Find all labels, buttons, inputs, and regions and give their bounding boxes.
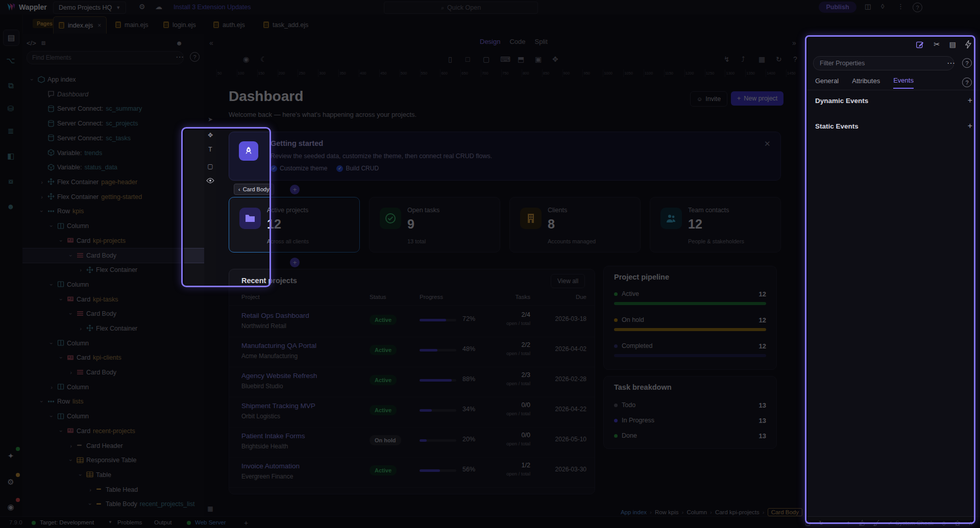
view-all-button[interactable]: View all [551,274,585,288]
kpi-card-team-contacts[interactable]: Team contacts12People & stakeholders [650,197,781,253]
expander-icon[interactable]: › [48,413,55,420]
add-event-icon[interactable]: + [968,121,972,131]
grid-icon[interactable]: ▦ [206,504,215,513]
filter-properties-input[interactable]: Filter Properties [813,56,954,70]
edit-properties-icon[interactable] [916,40,924,49]
problems-button[interactable]: Problems [117,519,142,525]
expander-icon[interactable]: › [48,222,55,230]
expander-icon[interactable]: › [48,340,55,347]
breadcrumb-item[interactable]: Card Body [768,508,802,516]
expander-icon[interactable]: › [58,354,64,361]
tree-item-variable-trends[interactable]: Variable:trends [22,146,220,160]
tree-item-column[interactable]: ›Column [22,219,230,233]
table-row[interactable]: Shipment Tracking MVPOrbit LogisticsActi… [229,397,595,428]
tree-item-flex-container-getting-started[interactable]: ›Flex Containergetting-started [22,190,220,204]
expander-icon[interactable]: › [77,267,84,273]
invite-button[interactable]: ☺ Invite [690,91,727,107]
tree-item-dashboard[interactable]: Dashboard [22,87,220,102]
chevron-up-icon[interactable]: ∧ [969,519,973,526]
tree-item-variable-status-data[interactable]: Variable:status_data [22,160,220,174]
robot-icon[interactable]: ☻ [3,198,18,214]
expander-icon[interactable]: › [87,487,94,493]
tablet-icon[interactable]: ▢ [483,55,489,63]
find-elements-input[interactable]: Find Elements [27,51,184,64]
refresh-icon[interactable]: ↻ [819,519,824,526]
help-icon[interactable]: ? [913,3,922,12]
expander-icon[interactable]: › [38,179,45,185]
expander-icon[interactable]: › [67,369,75,375]
moon-icon[interactable]: ☾ [260,55,267,63]
move-icon[interactable]: ✥ [552,55,558,63]
tree-item-column[interactable]: ›Column [22,336,230,350]
insert-element-button[interactable]: + [290,258,300,267]
expander-icon[interactable]: › [67,443,75,449]
tree-item-flex-container-page-header[interactable]: ›Flex Containerpage-header [22,175,220,189]
tree-help-icon[interactable]: ? [190,52,200,62]
add-panel-icon[interactable]: + [244,519,248,527]
tree-item-app-index[interactable]: ›App index [22,72,210,87]
output-button[interactable]: Output [154,519,172,525]
view-mode-split[interactable]: Split [535,38,548,45]
bug-icon[interactable] [954,520,961,526]
pages-icon[interactable]: ▤ [3,30,19,46]
expander-icon[interactable]: › [68,252,74,259]
tree-item-row-lists[interactable]: ›Rowlists [22,394,220,409]
laptop-icon[interactable]: ⌨ [500,55,510,63]
web-server-button[interactable]: Web Server [195,519,226,525]
file-tab-task_add-ejs[interactable]: task_add.ejs [258,16,313,33]
expander-icon[interactable]: › [58,296,64,303]
collapse-right-icon[interactable]: » [792,39,796,47]
extension-updates-link[interactable]: Install 3 Extension Updates [174,4,251,11]
table-row[interactable]: Patient Intake FormsBrightside HealthOn … [229,427,595,458]
quick-open-search[interactable]: ⌕ Quick Open [384,2,538,14]
file-tab-auth-ejs[interactable]: auth.ejs [208,16,250,33]
publish-button[interactable]: Publish [819,2,856,13]
code-view-icon[interactable]: </> [27,39,36,47]
view-mode-design[interactable]: Design [480,38,500,45]
expander-icon[interactable]: › [87,500,93,508]
cursor-icon[interactable]: ➤ [206,115,215,124]
expander-icon[interactable]: › [29,76,35,83]
tab-help-icon[interactable]: ? [962,78,972,87]
expander-icon[interactable]: › [38,194,45,200]
view-mode-code[interactable]: Code [509,38,525,45]
table-row[interactable]: Invoice AutomationEvergreen FinanceActiv… [229,457,595,488]
expander-icon[interactable]: › [68,457,74,464]
breadcrumb-item[interactable]: Column [687,509,707,515]
close-icon[interactable]: ✕ [764,139,771,148]
breadcrumb-item[interactable]: App index [621,509,647,515]
brush-icon[interactable] [873,520,879,526]
kpi-card-open-tasks[interactable]: Open tasks913 total [369,197,500,253]
phone-icon[interactable]: ▯ [448,55,452,63]
window-icon[interactable]: ▢ [805,519,811,526]
kpi-card-clients[interactable]: Clients8Accounts managed [509,197,641,253]
selected-element-badge[interactable]: ‹ Card Body [234,184,274,195]
share-icon[interactable]: ⤴ [741,55,745,63]
breadcrumb-item[interactable]: Row kpis [655,509,679,515]
tree-item-column[interactable]: ›Column [22,380,230,394]
notifications-icon[interactable]: ◉ [3,499,18,515]
components-box-icon[interactable]: ⧈ [41,39,45,47]
styles-icon[interactable]: ◧ [3,148,18,164]
target-selector[interactable]: Target: Development [40,519,94,525]
layers-icon[interactable]: ⧇ [3,173,18,189]
tree-item-server-connect-sc-projects[interactable]: Server Connect:sc_projects [22,116,220,131]
properties-help-icon[interactable]: ? [962,58,972,68]
project-name-link[interactable]: Patient Intake Forms [241,432,305,440]
eye-icon[interactable] [206,176,215,185]
new-project-button[interactable]: + New project [731,91,783,106]
settings-icon[interactable]: ⚙ [3,474,18,490]
expander-icon[interactable]: › [77,325,84,332]
blocks-icon[interactable]: ⧉ [3,78,18,93]
server-icon[interactable]: ≣ [3,123,18,139]
more-menu-icon[interactable]: ⋮ [897,3,904,10]
expander-icon[interactable]: › [48,281,55,288]
project-name-link[interactable]: Shipment Tracking MVP [241,402,315,410]
kpi-card-active-projects[interactable]: Active projects12Across all clients [229,197,360,253]
filter-more-icon[interactable]: ⋯ [947,58,955,68]
expander-icon[interactable]: › [48,384,55,390]
tv-icon[interactable]: ▣ [535,55,542,63]
tree-item-server-connect-sc-tasks[interactable]: Server Connect:sc_tasks [22,131,220,145]
desktop-icon[interactable]: ⬒ [518,55,524,63]
community-icon[interactable]: ✦ [3,448,18,464]
